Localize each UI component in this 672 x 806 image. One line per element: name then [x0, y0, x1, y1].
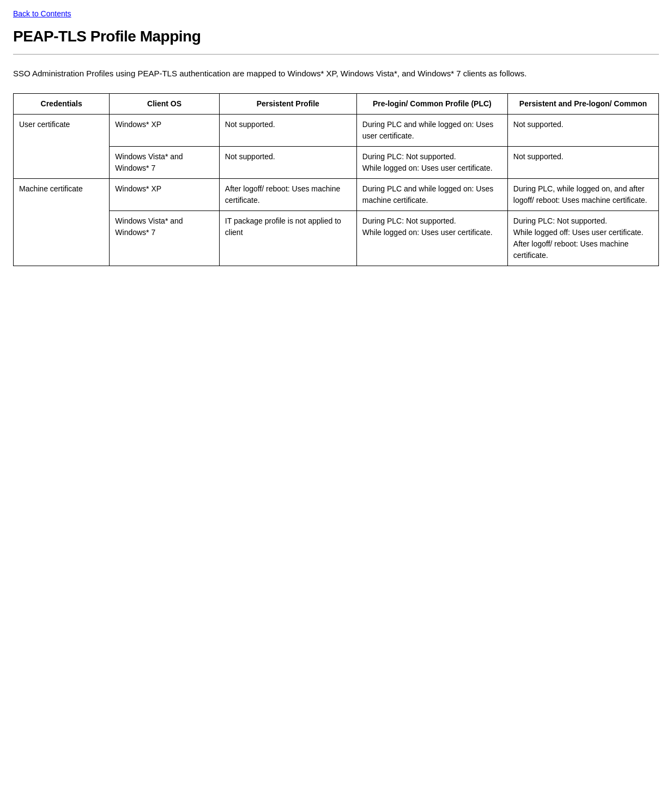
cell-persistent-profile: Not supported.: [219, 146, 356, 178]
cell-persistent-pre: Not supported.: [507, 146, 658, 178]
page-title: PEAP-TLS Profile Mapping: [13, 28, 659, 45]
cell-persistent-profile: Not supported.: [219, 114, 356, 146]
cell-persistent-pre: Not supported.: [507, 114, 658, 146]
cell-pre-login: During PLC: Not supported.While logged o…: [356, 210, 507, 266]
cell-persistent-pre: During PLC, while logged on, and after l…: [507, 178, 658, 210]
cell-pre-login: During PLC and while logged on: Uses use…: [356, 114, 507, 146]
peap-tls-table: Credentials Client OS Persistent Profile…: [13, 93, 659, 266]
cell-credentials: User certificate: [14, 114, 110, 178]
cell-client-os: Windows* XP: [110, 114, 220, 146]
intro-paragraph: SSO Administration Profiles using PEAP-T…: [13, 68, 659, 80]
cell-persistent-pre: During PLC: Not supported.While logged o…: [507, 210, 658, 266]
cell-persistent-profile: After logoff/ reboot: Uses machine certi…: [219, 178, 356, 210]
table-row: Windows Vista* and Windows* 7Not support…: [14, 146, 659, 178]
table-header-row: Credentials Client OS Persistent Profile…: [14, 93, 659, 114]
col-header-client-os: Client OS: [110, 93, 220, 114]
cell-credentials: Machine certificate: [14, 178, 110, 266]
cell-client-os: Windows Vista* and Windows* 7: [110, 210, 220, 266]
back-to-contents-link[interactable]: Back to Contents: [13, 9, 71, 18]
table-row: Windows Vista* and Windows* 7IT package …: [14, 210, 659, 266]
section-divider: [13, 54, 659, 55]
col-header-persistent-profile: Persistent Profile: [219, 93, 356, 114]
cell-client-os: Windows Vista* and Windows* 7: [110, 146, 220, 178]
cell-pre-login: During PLC and while logged on: Uses mac…: [356, 178, 507, 210]
col-header-credentials: Credentials: [14, 93, 110, 114]
col-header-pre-login: Pre-login/ Common Profile (PLC): [356, 93, 507, 114]
col-header-persistent-pre: Persistent and Pre-logon/ Common: [507, 93, 658, 114]
cell-pre-login: During PLC: Not supported.While logged o…: [356, 146, 507, 178]
cell-persistent-profile: IT package profile is not applied to cli…: [219, 210, 356, 266]
table-row: Machine certificateWindows* XPAfter logo…: [14, 178, 659, 210]
cell-client-os: Windows* XP: [110, 178, 220, 210]
table-row: User certificateWindows* XPNot supported…: [14, 114, 659, 146]
